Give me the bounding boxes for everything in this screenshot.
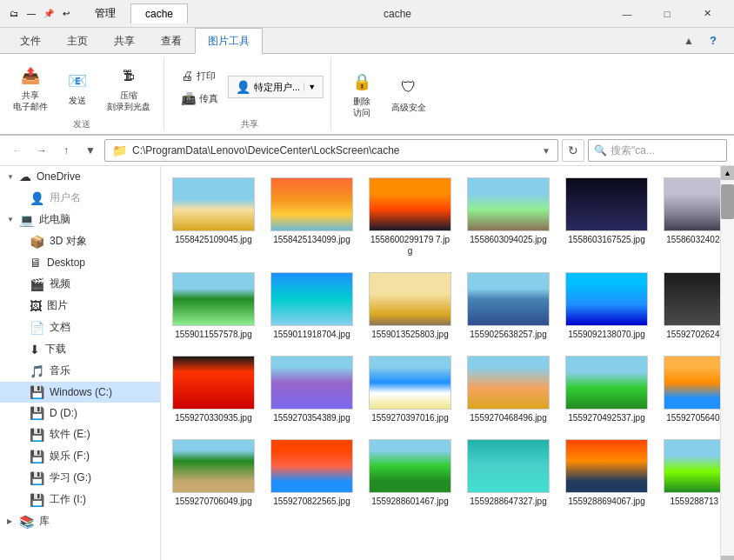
sidebar-label-onedrive: OneDrive	[37, 170, 81, 183]
recent-locations-button[interactable]: ▼	[80, 140, 101, 161]
file-item[interactable]: 1559288601467.jpg	[364, 435, 456, 511]
compress-icon: 🗜	[115, 62, 143, 90]
f-drive-icon: 💾	[30, 450, 44, 463]
ribbon-content: 📤 共享电子邮件 📧 发送 🗜 压缩刻录到光盘 发送 🖨	[0, 54, 734, 135]
scroll-down-btn[interactable]: ▼	[721, 556, 734, 560]
back-quick[interactable]: ↩	[59, 7, 73, 21]
send-button[interactable]: 📧 发送	[57, 63, 97, 111]
file-item[interactable]: 1559270262492.jpg	[659, 268, 720, 344]
file-name: 1559270397016.jpg	[371, 412, 448, 423]
ribbon-group-send-items: 📤 共享电子邮件 📧 发送 🗜 压缩刻录到光盘	[7, 57, 157, 117]
file-item[interactable]: 1558603167525.jpg	[561, 173, 652, 261]
file-item[interactable]: 1558603094025.jpg	[463, 173, 554, 261]
sidebar-label-3d: 3D 对象	[50, 234, 87, 249]
thispc-icon: 💻	[19, 213, 34, 227]
print-button[interactable]: 🖨 打印	[175, 65, 224, 86]
ribbon-help-btn[interactable]: ?	[703, 30, 724, 51]
sidebar-item-library[interactable]: ▶ 📚 库	[0, 510, 160, 532]
search-box[interactable]: 🔍 搜索"ca...	[588, 139, 727, 162]
minimize-quick[interactable]: —	[24, 7, 38, 21]
sidebar-item-thispc[interactable]: ▼ 💻 此电脑	[0, 209, 160, 230]
ribbon-expand-btn[interactable]: ▲	[678, 30, 699, 51]
ribbon-group-security-items: 🔒 删除访问 🛡 高级安全	[342, 57, 432, 129]
main-area: ▼ ☁ OneDrive 👤 用户名 ▼ 💻 此电脑 📦 3D 对象 🖥 Des…	[0, 166, 734, 560]
file-item[interactable]: 1559270397016.jpg	[364, 351, 456, 428]
file-item[interactable]: 1559288647327.jpg	[463, 435, 554, 511]
sidebar-item-c-drive[interactable]: 💾 Windows (C:)	[0, 382, 160, 403]
file-item[interactable]: 1559270330935.jpg	[168, 351, 259, 428]
refresh-button[interactable]: ↻	[562, 139, 584, 162]
sidebar-item-music[interactable]: 🎵 音乐	[0, 360, 160, 382]
delete-access-button[interactable]: 🔒 删除访问	[342, 63, 382, 123]
tab-cache[interactable]: cache	[130, 3, 188, 23]
pin-quick[interactable]: 📌	[42, 7, 56, 21]
ribbon-tab-view[interactable]: 查看	[148, 28, 195, 54]
scroll-up-btn[interactable]: ▲	[721, 166, 734, 180]
sidebar-item-downloads[interactable]: ⬇ 下载	[0, 338, 160, 360]
file-item[interactable]: 1559092138070.jpg	[561, 268, 652, 344]
forward-button[interactable]: →	[31, 140, 52, 161]
file-item[interactable]: 1559270822565.jpg	[266, 435, 357, 511]
sidebar-item-docs[interactable]: 📄 文档	[0, 317, 160, 338]
fax-button[interactable]: 📠 传真	[175, 88, 224, 109]
file-name: 1558603094025.jpg	[470, 234, 546, 245]
sidebar-item-user[interactable]: 👤 用户名	[0, 187, 160, 209]
file-item[interactable]: 1558425134099.jpg	[266, 173, 357, 261]
file-item[interactable]: 1558603240248.jpg	[659, 173, 720, 261]
up-button[interactable]: ↑	[56, 140, 77, 161]
sidebar-item-pictures[interactable]: 🖼 图片	[0, 295, 160, 317]
file-item[interactable]: 1559288713 4.jpg	[659, 435, 720, 511]
ribbon-tab-picture-tools[interactable]: 图片工具	[195, 28, 263, 54]
file-item[interactable]: 1559288694067.jpg	[561, 435, 652, 511]
file-item[interactable]: 1559270706049.jpg	[168, 435, 259, 511]
ribbon-tab-share[interactable]: 共享	[101, 28, 148, 54]
file-item[interactable]: 1559270564003.jpg	[659, 351, 720, 428]
file-item[interactable]: 1559270354389.jpg	[266, 351, 357, 428]
sidebar-item-f-drive[interactable]: 💾 娱乐 (F:)	[0, 445, 160, 467]
user-icon: 👤	[236, 80, 250, 94]
sidebar-item-d-drive[interactable]: 💾 D (D:)	[0, 403, 160, 423]
maximize-button[interactable]: □	[647, 0, 687, 28]
file-item[interactable]: 1559011557578.jpg	[168, 268, 259, 344]
file-name: 1559270492537.jpg	[568, 412, 644, 423]
compress-burn-button[interactable]: 🗜 压缩刻录到光盘	[101, 57, 157, 117]
file-name: 1559092138070.jpg	[568, 329, 644, 340]
sidebar-item-3d[interactable]: 📦 3D 对象	[0, 230, 160, 252]
sidebar-item-video[interactable]: 🎬 视频	[0, 273, 160, 295]
share-email-button[interactable]: 📤 共享电子邮件	[7, 57, 54, 117]
address-bar[interactable]: 📁 C:\ProgramData\Lenovo\DeviceCenter\Loc…	[104, 139, 558, 162]
ribbon-tab-home[interactable]: 主页	[54, 28, 101, 54]
scroll-thumb[interactable]	[721, 184, 734, 219]
file-item[interactable]: 1558600299179 7.jpg	[364, 173, 456, 261]
file-name: 1559270822565.jpg	[273, 496, 350, 507]
sidebar-item-desktop[interactable]: 🖥 Desktop	[0, 252, 160, 273]
file-item[interactable]: 1559270492537.jpg	[561, 351, 652, 428]
file-item[interactable]: 1559011918704.jpg	[266, 268, 357, 344]
e-drive-icon: 💾	[30, 428, 44, 442]
sidebar-item-g-drive[interactable]: 💾 学习 (G:)	[0, 467, 160, 489]
compress-label: 压缩刻录到光盘	[107, 90, 150, 112]
file-item[interactable]: 1559270468496.jpg	[463, 351, 554, 428]
window-title: cache	[188, 8, 607, 20]
address-folder-icon: 📁	[112, 143, 127, 157]
dropdown-arrow: ▼	[304, 83, 316, 91]
sidebar-item-onedrive[interactable]: ▼ ☁ OneDrive	[0, 166, 160, 187]
tab-manage[interactable]: 管理	[80, 2, 130, 25]
scrollbar[interactable]: ▲ ▼	[720, 166, 734, 560]
file-name: 1558425134099.jpg	[273, 234, 350, 245]
file-name: 1559288694067.jpg	[568, 496, 644, 507]
sidebar-label-f: 娱乐 (F:)	[50, 449, 90, 463]
back-button[interactable]: ←	[7, 140, 28, 161]
sidebar-item-e-drive[interactable]: 💾 软件 (E:)	[0, 423, 160, 445]
close-button[interactable]: ✕	[687, 0, 727, 28]
specific-user-button[interactable]: 👤 特定用户... ▼	[228, 76, 324, 98]
advanced-security-button[interactable]: 🛡 高级安全	[385, 70, 432, 117]
ribbon-tab-file[interactable]: 文件	[7, 28, 54, 54]
file-item[interactable]: 1559013525803.jpg	[364, 268, 456, 344]
file-item[interactable]: 1559025638257.jpg	[463, 268, 554, 344]
address-dropdown-arrow[interactable]: ▼	[542, 146, 550, 156]
address-bar-area: ← → ↑ ▼ 📁 C:\ProgramData\Lenovo\DeviceCe…	[0, 136, 734, 166]
minimize-button[interactable]: —	[607, 0, 647, 28]
file-item[interactable]: 1558425109045.jpg	[168, 173, 259, 261]
sidebar-item-i-drive[interactable]: 💾 工作 (I:)	[0, 489, 160, 510]
